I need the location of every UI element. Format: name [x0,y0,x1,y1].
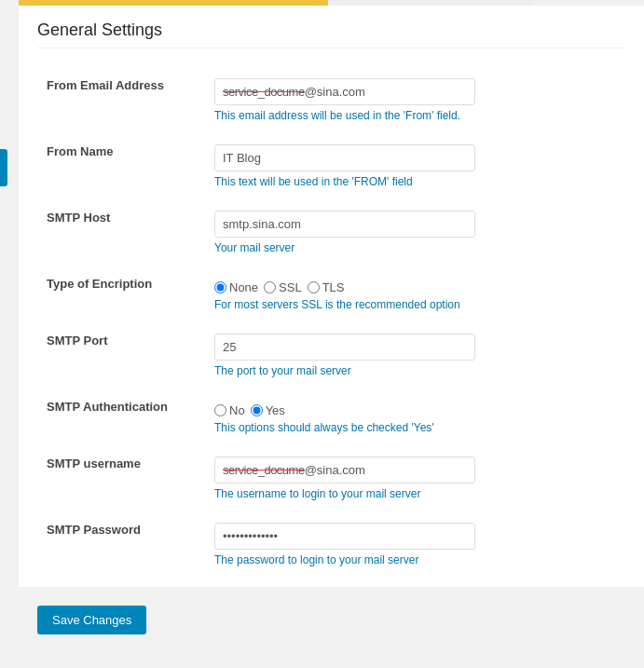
label-smtp-username: SMTP username [37,445,205,511]
encryption-radio-group: None SSL TLS [214,280,616,294]
row-smtp-password: SMTP Password The password to login to y… [37,511,625,578]
left-accent-tab [0,149,7,186]
row-smtp-auth: SMTP Authentication No Yes [37,389,625,445]
from-email-hint: This email address will be used in the '… [214,109,616,122]
encryption-ssl-radio[interactable] [264,281,276,293]
smtp-auth-yes-label[interactable]: Yes [251,403,285,417]
encryption-ssl-text: SSL [279,280,302,294]
smtp-auth-no-radio[interactable] [214,404,226,416]
from-name-input[interactable] [214,144,475,171]
field-from-name: This text will be used in the 'FROM' fie… [205,133,625,199]
smtp-auth-no-text: No [229,403,245,417]
smtp-auth-no-label[interactable]: No [214,403,245,417]
field-smtp-username: service_docume@sina.com The username to … [205,445,625,511]
smtp-username-redacted: service_docume [223,463,305,477]
smtp-password-hint: The password to login to your mail serve… [214,553,616,566]
from-email-redacted: service_docume [223,85,305,99]
smtp-username-hint: The username to login to your mail serve… [214,487,616,500]
smtp-port-hint: The port to your mail server [214,364,616,377]
page-wrapper: General Settings From Email Address serv… [0,0,644,668]
label-encryption: Type of Encription [37,266,205,322]
label-from-email: From Email Address [37,67,205,133]
row-from-name: From Name This text will be used in the … [37,133,625,199]
from-email-domain: @sina.com [305,85,365,99]
row-smtp-port: SMTP Port The port to your mail server [37,322,625,389]
label-smtp-port: SMTP Port [37,322,205,389]
encryption-tls-radio[interactable] [308,281,320,293]
field-smtp-password: The password to login to your mail serve… [205,511,625,578]
label-smtp-auth: SMTP Authentication [37,389,205,445]
smtp-username-domain: @sina.com [305,463,365,477]
row-smtp-host: SMTP Host Your mail server [37,199,625,266]
encryption-hint: For most servers SSL is the recommended … [214,298,616,311]
row-from-email: From Email Address service_docume@sina.c… [37,67,625,133]
row-smtp-username: SMTP username service_docume@sina.com Th… [37,445,625,511]
field-smtp-auth: No Yes This options should always be che… [205,389,625,445]
encryption-tls-label[interactable]: TLS [308,280,345,294]
smtp-auth-hint: This options should always be checked 'Y… [214,421,616,434]
row-encryption: Type of Encription None SSL [37,266,625,322]
encryption-none-label[interactable]: None [214,280,258,294]
smtp-port-input[interactable] [214,334,475,361]
settings-panel: General Settings From Email Address serv… [19,6,644,587]
smtp-host-hint: Your mail server [214,241,616,254]
encryption-ssl-label[interactable]: SSL [264,280,302,294]
field-from-email: service_docume@sina.com This email addre… [205,67,625,133]
label-from-name: From Name [37,133,205,199]
field-smtp-port: The port to your mail server [205,322,625,389]
label-smtp-password: SMTP Password [37,511,205,578]
from-name-hint: This text will be used in the 'FROM' fie… [214,175,616,188]
smtp-auth-yes-text: Yes [266,403,285,417]
smtp-host-input[interactable] [214,211,475,238]
smtp-password-input[interactable] [214,523,475,550]
field-encryption: None SSL TLS For most servers SSL [205,266,625,322]
smtp-auth-radio-group: No Yes [214,403,616,417]
label-smtp-host: SMTP Host [37,199,205,266]
save-button-wrapper: Save Changes [0,587,644,668]
field-smtp-host: Your mail server [205,199,625,266]
encryption-none-text: None [229,280,258,294]
settings-table: From Email Address service_docume@sina.c… [37,67,625,578]
save-changes-button[interactable]: Save Changes [37,606,146,634]
from-email-input-wrapper[interactable]: service_docume@sina.com [214,78,475,105]
encryption-tls-text: TLS [322,280,345,294]
smtp-auth-yes-radio[interactable] [251,404,263,416]
encryption-none-radio[interactable] [214,281,226,293]
smtp-username-input-wrapper[interactable]: service_docume@sina.com [214,457,475,484]
section-title: General Settings [37,20,625,48]
